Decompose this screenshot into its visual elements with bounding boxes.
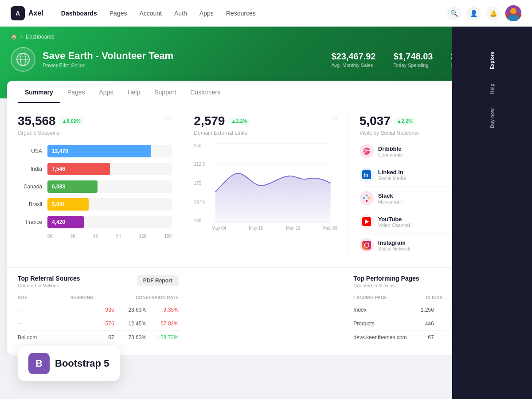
search-button[interactable]: 🔍 <box>447 6 461 20</box>
x-label-4: 12K <box>139 234 147 239</box>
hero-stat-label-1: Today Spending <box>394 63 433 68</box>
nav-pages[interactable]: Pages <box>104 7 133 20</box>
x-label-2: 6K <box>93 234 98 239</box>
svg-point-25 <box>368 243 369 243</box>
metric1-value: 35,568 <box>18 114 56 128</box>
home-icon[interactable]: 🏠 <box>11 34 17 40</box>
svg-rect-17 <box>363 197 365 199</box>
bootstrap-icon: B <box>28 353 50 355</box>
metric-organic-sessions: 35,568 ▲8.02% Organic Sessions ··· USA 1… <box>18 114 183 257</box>
bar-track-usa: 12,478 <box>47 145 172 157</box>
right-tab-help[interactable]: Help <box>486 76 498 101</box>
tab-help[interactable]: Help <box>120 81 147 103</box>
metric1-label: Organic Sessions <box>18 130 83 136</box>
referral-pdf-btn[interactable]: PDF Report <box>137 275 179 286</box>
nav-apps[interactable]: Apps <box>194 7 219 20</box>
youtube-icon <box>360 215 374 229</box>
metric3-value: 5,037 <box>360 114 391 128</box>
hero-stat-0: $23,467.92 Avg. Monthly Sales <box>331 51 376 68</box>
tab-summary[interactable]: Summary <box>18 81 60 103</box>
metric2-value: 2,579 <box>194 114 225 128</box>
navbar-right: 🔍 👤 🔔 <box>447 5 521 21</box>
svg-rect-19 <box>368 197 370 199</box>
ref-site-0: — <box>18 307 82 313</box>
hero-stat-label-0: Avg. Monthly Sales <box>331 63 376 68</box>
x-label-may18: May 18 <box>286 226 301 231</box>
hero-stat-1: $1,748.03 Today Spending <box>394 51 433 68</box>
pages-sub: Counted in Millions <box>353 283 419 288</box>
bar-fill-france: 4,420 <box>47 216 84 228</box>
metrics-grid: 35,568 ▲8.02% Organic Sessions ··· USA 1… <box>7 103 525 267</box>
brand-name: Axel <box>28 9 43 17</box>
hero-subtitle: Power Elite Seller <box>43 63 173 69</box>
metric1-more-btn[interactable]: ··· <box>165 114 172 123</box>
bar-fill-india: 7,546 <box>47 163 110 175</box>
nav-account[interactable]: Account <box>134 7 167 20</box>
nav-resources[interactable]: Resources <box>221 7 261 20</box>
line-chart-svg <box>208 143 337 223</box>
notifications-button[interactable]: 🔔 <box>486 6 500 20</box>
bar-label-india: India <box>18 166 42 172</box>
tab-apps[interactable]: Apps <box>92 81 121 103</box>
svg-rect-18 <box>366 195 368 196</box>
tab-support[interactable]: Support <box>147 81 183 103</box>
svg-point-14 <box>363 148 370 155</box>
bar-row-canada: Canada 6,083 <box>18 180 172 193</box>
metric-domain-links: 2,579 ▲2.2% Domain External Links ··· 25… <box>183 114 348 257</box>
nav-links: Dashboards Pages Account Auth Apps Resou… <box>56 7 261 20</box>
ref-rate-change-2: +28.73% <box>146 334 179 340</box>
line-chart-container: 250 212.5 175 137.5 100 <box>194 143 337 231</box>
right-tab-explore[interactable]: Explore <box>486 44 498 76</box>
pg-clicks-2: 67 <box>407 334 434 340</box>
ref-sessions-1: -576 <box>82 321 114 327</box>
main-card: Summary Pages Apps Help Support Customer… <box>7 81 525 355</box>
bar-label-usa: USA <box>18 148 42 154</box>
y-label-250: 250 <box>194 143 205 148</box>
nav-dashboards[interactable]: Dashboards <box>56 7 102 20</box>
profile-button[interactable]: 👤 <box>466 6 481 20</box>
right-tab-buy[interactable]: Buy now <box>486 101 498 135</box>
user-avatar[interactable] <box>505 5 521 21</box>
y-axis: 250 212.5 175 137.5 100 <box>194 143 207 223</box>
bar-x-labels: 0K 3K 6K 9K 12K 15K <box>18 234 172 239</box>
referral-row-2: Bol.com 67 73.63% +28.73% <box>18 331 179 344</box>
bootstrap-badge: B Bootstrap 5 <box>18 346 120 355</box>
ref-col-site: SITE <box>18 295 27 300</box>
nav-auth[interactable]: Auth <box>169 7 192 20</box>
metric2-more-btn[interactable]: ··· <box>331 114 338 123</box>
pg-page-0: Index <box>353 307 407 313</box>
hero-stat-value-0: $23,467.92 <box>331 51 376 62</box>
hero-title: Save Earth - Volunteer Team <box>43 50 173 62</box>
svg-rect-23 <box>362 241 371 250</box>
bar-label-canada: Canada <box>18 184 42 190</box>
ref-site-2: Bol.com <box>18 334 82 340</box>
hero-stat-value-1: $1,748.03 <box>394 51 433 62</box>
tab-customers[interactable]: Customers <box>183 81 227 103</box>
ref-rate-0: 23.63% <box>114 307 147 313</box>
bar-label-france: France <box>18 219 42 225</box>
x-label-0: 0K <box>47 234 53 239</box>
x-axis: May 04 May 10 May 18 May 26 <box>194 226 337 231</box>
x-label-3: 9K <box>116 234 121 239</box>
y-label-100: 100 <box>194 218 205 223</box>
breadcrumb-page: Dashboards <box>26 34 55 40</box>
pg-page-2: devs.keenthemes.com <box>353 334 407 340</box>
metric2-badge: ▲2.2% <box>228 117 250 125</box>
middle-section <box>186 275 347 344</box>
ref-col-rate: CONVERSION RATE <box>136 295 179 300</box>
metric2-label: Domain External Links <box>194 130 250 136</box>
x-label-1: 3K <box>70 234 76 239</box>
bar-label-brasil: Brasil <box>18 201 42 207</box>
bar-fill-usa: 12,478 <box>47 145 151 157</box>
pg-clicks-1: 446 <box>407 321 434 327</box>
svg-rect-20 <box>366 200 368 202</box>
referral-row-1: — -576 12.45% -57.02% <box>18 317 179 331</box>
pg-col-clicks: CLICKS <box>426 295 442 300</box>
ref-rate-1: 12.45% <box>114 321 147 327</box>
referral-row-0: — -935 23.63% -9.35% <box>18 303 179 317</box>
tab-pages[interactable]: Pages <box>60 81 92 103</box>
y-label-2125: 212.5 <box>194 162 205 167</box>
bar-track-india: 7,546 <box>47 163 172 175</box>
ref-site-1: — <box>18 321 82 327</box>
instagram-icon <box>360 238 374 252</box>
